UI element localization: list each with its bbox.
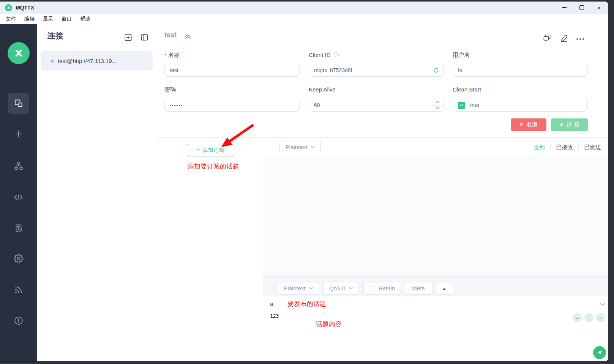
sidebar-item-script[interactable] [0, 189, 37, 205]
loading-spinner-icon: ✳ [559, 122, 564, 128]
payload-format-select[interactable]: Plaintext [278, 282, 319, 295]
history-forward-button[interactable]: → [596, 313, 605, 322]
chat-copy-icon [543, 34, 551, 43]
spinner-up-icon[interactable] [432, 99, 444, 106]
split-layout-icon [140, 33, 149, 42]
tab-received[interactable]: 已接收 [551, 144, 578, 151]
sidebar-item-new-connection[interactable] [0, 126, 37, 142]
log-icon [14, 223, 24, 233]
chevron-down-icon [349, 287, 353, 290]
menu-item-edit[interactable]: 编辑 [20, 16, 39, 22]
menu-item-file[interactable]: 文件 [2, 16, 20, 22]
chevron-down-icon [311, 146, 315, 148]
new-window-button[interactable] [543, 34, 551, 44]
gear-icon [14, 254, 24, 263]
payload-annotation: 话题内容 [316, 320, 342, 329]
clock-icon [333, 52, 339, 58]
sidebar-item-connections[interactable] [8, 93, 29, 114]
cancel-button[interactable]: × 取消 [511, 118, 546, 131]
triangle-up-icon: ▲ [442, 286, 447, 291]
connection-label: test@http://47.113.19... [58, 58, 117, 64]
client-id-label: Client ID [309, 52, 339, 58]
sidebar-item-topology[interactable] [0, 158, 37, 173]
password-input[interactable]: •••••• [164, 99, 300, 112]
history-back-button[interactable]: ← [573, 313, 582, 322]
topic-chevron-down-icon[interactable] [600, 301, 605, 307]
collapse-form-button[interactable] [184, 32, 192, 42]
tab-all[interactable]: 全部 [528, 144, 550, 151]
send-button[interactable] [593, 346, 606, 359]
radio-icon [369, 285, 375, 291]
sidebar-item-feed[interactable] [0, 282, 37, 297]
qos-select[interactable]: QoS 0 [323, 282, 359, 295]
payload-text[interactable]: 123 [270, 313, 279, 319]
tab-published[interactable]: 已发送 [579, 144, 606, 151]
keep-alive-label: Keep Alive [309, 86, 336, 93]
collapse-panel-button[interactable] [140, 33, 149, 43]
menu-item-view[interactable]: 显示 [39, 16, 57, 22]
titlebar: MQTTX × [0, 2, 608, 14]
connect-button[interactable]: ✳ 连 接 [551, 118, 588, 131]
sidebar-item-about[interactable] [0, 313, 37, 328]
clean-start-value: true [470, 102, 479, 108]
mqttx-logo[interactable] [8, 42, 30, 64]
plus-icon [13, 129, 24, 139]
add-subscription-button[interactable]: + 添加订阅 [187, 144, 233, 156]
menu-item-help[interactable]: 帮助 [76, 16, 95, 22]
plus-icon: + [196, 146, 200, 154]
username-input[interactable]: fs [453, 64, 588, 77]
name-label: * 名称 [164, 52, 180, 59]
messages-toolbar: Plaintext 全部 已接收 已发送 [263, 138, 608, 157]
sidebar-item-log[interactable] [0, 221, 37, 236]
square-plus-icon [124, 33, 133, 42]
name-input[interactable]: test [164, 64, 300, 77]
meta-button[interactable]: Meta [404, 282, 433, 295]
window-title: MQTTX [16, 5, 34, 11]
code-icon [13, 192, 24, 202]
username-label: 用户名 [453, 52, 470, 59]
paper-plane-icon [597, 350, 603, 356]
connection-status-dot [51, 60, 54, 63]
app-window: MQTTX × 文件 编辑 显示 窗口 帮助 [0, 2, 608, 361]
payload-editor[interactable]: 123 话题内容 ← − → [263, 311, 608, 361]
client-id-input[interactable]: mqttx_b7523d8f [309, 64, 444, 77]
ellipsis-icon [576, 38, 584, 41]
connection-title: test [164, 31, 177, 39]
connections-panel: 连接 test@http://47.113.19... [37, 24, 157, 361]
maximize-button[interactable] [573, 2, 590, 14]
menu-bar: 文件 编辑 显示 窗口 帮助 [0, 14, 608, 24]
minimize-button[interactable] [556, 2, 573, 14]
more-options-button[interactable] [576, 35, 584, 42]
message-format-select[interactable]: Plaintext [279, 141, 321, 153]
edit-connection-button[interactable] [560, 34, 568, 44]
subscribe-annotation: 添加要订阅的话题 [188, 162, 239, 171]
close-x-icon: × [519, 121, 523, 128]
topic-annotation: 要发布的话题 [287, 299, 326, 308]
topology-icon [14, 161, 24, 171]
connection-list-item[interactable]: test@http://47.113.19... [41, 51, 153, 71]
clean-start-label: Clean Start [453, 86, 481, 93]
topic-input[interactable]: a [270, 296, 273, 311]
subscriptions-panel: + 添加订阅 添加要订阅的话题 [157, 138, 264, 361]
messages-list[interactable] [263, 157, 608, 276]
pencil-icon [560, 34, 568, 43]
number-spinner [432, 99, 444, 111]
history-remove-button[interactable]: − [584, 313, 593, 322]
sidebar-item-settings[interactable] [0, 251, 37, 266]
double-chevron-up-icon [184, 32, 192, 40]
clean-start-checkbox[interactable] [458, 102, 465, 109]
retain-toggle[interactable]: Retain [363, 282, 401, 295]
keep-alive-input[interactable]: 60 [309, 99, 444, 112]
topic-row: a 要发布的话题 [263, 296, 608, 312]
spinner-down-icon[interactable] [432, 106, 444, 112]
collapse-publish-button[interactable]: ▲ [436, 282, 453, 295]
required-marker: * [164, 52, 167, 58]
refresh-client-id-icon[interactable] [433, 67, 439, 75]
messages-panel: Plaintext 全部 已接收 已发送 Plaintext [263, 138, 608, 361]
close-button[interactable]: × [590, 2, 608, 14]
menu-item-window[interactable]: 窗口 [57, 16, 76, 22]
sidebar [0, 24, 37, 361]
app-logo-icon [5, 4, 12, 11]
chevron-down-icon [309, 287, 313, 290]
new-connection-button[interactable] [124, 33, 133, 43]
